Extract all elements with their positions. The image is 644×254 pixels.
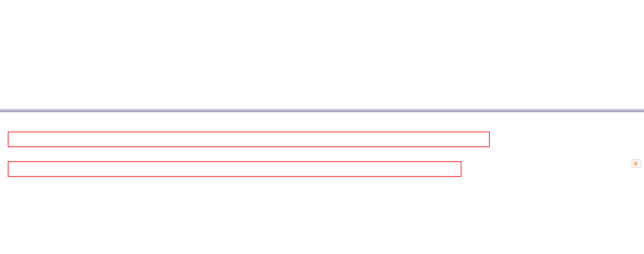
status-bar-2 — [0, 111, 644, 112]
red-annotation-box-2 — [8, 161, 461, 177]
red-annotation-box-1 — [8, 132, 490, 147]
ime-toolbar[interactable]: S — [632, 159, 641, 168]
sogou-logo-icon: S — [634, 161, 637, 166]
log-viewer-top-pane[interactable] — [0, 0, 644, 109]
